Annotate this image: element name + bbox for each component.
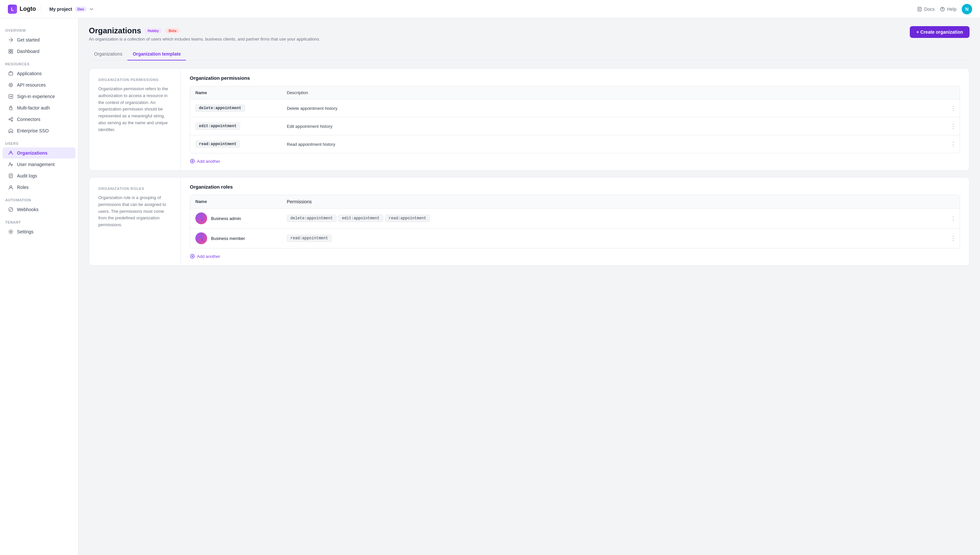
project-selector[interactable]: My project Dev — [47, 5, 96, 13]
table-row: edit:appointment Edit appointment histor… — [190, 117, 960, 135]
svg-point-20 — [10, 163, 11, 164]
sidebar-item-organizations[interactable]: Organizations — [3, 148, 75, 159]
perm-name-1: delete:appointment — [190, 101, 281, 116]
org-roles-section-label: ORGANIZATION ROLES — [98, 187, 171, 191]
roles-table-header: Name Permissions — [190, 195, 960, 209]
role-avatar-admin — [195, 212, 207, 224]
add-role-button[interactable]: Add another — [190, 253, 960, 259]
logo-text: Logto — [19, 6, 36, 13]
resources-section-label: RESOURCES — [5, 62, 30, 66]
webhooks-label: Webhooks — [17, 207, 38, 212]
svg-point-31 — [200, 219, 201, 221]
sidebar-item-api-resources[interactable]: API resources — [3, 79, 75, 91]
svg-point-28 — [200, 216, 203, 219]
api-resources-icon — [8, 82, 14, 88]
enterprise-sso-label: Enterprise SSO — [17, 128, 49, 133]
page-content: Organizations Hobby Beta An organization… — [78, 18, 980, 555]
svg-point-25 — [10, 186, 12, 188]
perm-tag: delete:appointment — [287, 215, 336, 222]
sidebar-item-sign-in-experience[interactable]: Sign-in experience — [3, 91, 75, 102]
card-inner-roles: ORGANIZATION ROLES Organization role is … — [89, 178, 969, 265]
get-started-label: Get started — [17, 37, 40, 42]
svg-point-14 — [9, 119, 10, 120]
page-subtitle: An organization is a collection of users… — [89, 37, 320, 42]
topbar: L Logto My project Dev Docs Help N — [0, 0, 980, 18]
tab-organizations[interactable]: Organizations — [89, 48, 127, 61]
svg-point-16 — [11, 120, 13, 121]
perm-more-button-2[interactable]: ⋮ — [949, 121, 958, 131]
sidebar-item-user-management[interactable]: User management — [3, 159, 75, 170]
svg-point-36 — [200, 239, 201, 241]
role-name-admin: Business admin — [190, 209, 281, 228]
sidebar-item-connectors[interactable]: Connectors — [3, 114, 75, 125]
sidebar-item-dashboard[interactable]: Dashboard — [3, 46, 75, 57]
dashboard-icon — [8, 48, 14, 54]
sidebar-section-automation: AUTOMATION — [0, 193, 78, 204]
org-roles-description: Organization role is a grouping of permi… — [98, 194, 171, 228]
roles-col-perms-header: Permissions — [281, 195, 947, 208]
perm-more-button-1[interactable]: ⋮ — [949, 103, 958, 113]
api-resources-label: API resources — [17, 82, 46, 88]
tenant-section-label: TENANT — [5, 220, 21, 224]
logo: L Logto — [8, 5, 36, 14]
enterprise-sso-icon — [8, 128, 14, 134]
users-section-label: USERS — [5, 141, 19, 146]
perm-actions-3: ⋮ — [947, 135, 960, 153]
perm-actions-1: ⋮ — [947, 99, 960, 117]
sidebar: OVERVIEW Get started Dashboard RESOURCES — [0, 18, 78, 555]
role-more-button-member[interactable]: ⋮ — [949, 233, 958, 243]
settings-label: Settings — [17, 229, 34, 234]
get-started-icon — [8, 37, 14, 43]
sidebar-item-audit-logs[interactable]: Audit logs — [3, 170, 75, 181]
permissions-table: Name Description delete:appointment Dele… — [190, 86, 960, 153]
app-container: L Logto My project Dev Docs Help N — [0, 0, 980, 555]
main-layout: OVERVIEW Get started Dashboard RESOURCES — [0, 18, 980, 555]
sidebar-item-applications[interactable]: Applications — [3, 68, 75, 79]
org-permissions-title: Organization permissions — [190, 75, 960, 81]
sidebar-item-mfa[interactable]: Multi-factor auth — [3, 102, 75, 114]
svg-rect-13 — [10, 107, 12, 110]
docs-button[interactable]: Docs — [917, 6, 935, 12]
page-title: Organizations — [89, 26, 141, 35]
roles-table: Name Permissions — [190, 195, 960, 249]
help-label: Help — [947, 6, 956, 12]
perm-name-2: edit:appointment — [190, 119, 281, 134]
sidebar-item-settings[interactable]: Settings — [3, 226, 75, 237]
col-name-header: Name — [190, 86, 281, 99]
add-permission-button[interactable]: Add another — [190, 159, 960, 164]
plus-circle-icon-roles — [190, 253, 195, 259]
org-roles-title: Organization roles — [190, 184, 960, 189]
org-permissions-description: Organization permission refers to the au… — [98, 86, 171, 133]
sidebar-item-webhooks[interactable]: Webhooks — [3, 204, 75, 215]
perm-desc-2: Edit appointment history — [281, 120, 947, 133]
create-organization-button[interactable]: + Create organization — [910, 26, 970, 38]
table-row: read:appointment Read appointment histor… — [190, 135, 960, 153]
dashboard-label: Dashboard — [17, 49, 40, 54]
user-management-icon — [8, 162, 14, 167]
perm-more-button-3[interactable]: ⋮ — [949, 139, 958, 149]
user-management-label: User management — [17, 162, 54, 167]
sidebar-item-roles[interactable]: Roles — [3, 182, 75, 193]
topbar-right: Docs Help N — [917, 4, 972, 14]
perms-list-admin: delete:appointment edit:appointment read… — [287, 215, 942, 222]
svg-point-5 — [942, 10, 943, 10]
perm-actions-2: ⋮ — [947, 117, 960, 135]
add-role-label: Add another — [197, 254, 220, 259]
role-more-button-admin[interactable]: ⋮ — [949, 213, 958, 223]
svg-point-26 — [10, 231, 12, 233]
table-row: Business admin delete:appointment edit:a… — [190, 209, 960, 228]
add-permission-label: Add another — [197, 159, 220, 164]
role-name-text-member: Business member — [211, 236, 245, 241]
logo-icon: L — [8, 5, 17, 14]
svg-line-17 — [10, 118, 11, 119]
permissions-table-header: Name Description — [190, 86, 960, 99]
plus-circle-icon — [190, 159, 195, 164]
tab-organization-template[interactable]: Organization template — [127, 48, 186, 61]
help-button[interactable]: Help — [940, 6, 956, 12]
svg-point-15 — [11, 117, 13, 119]
avatar[interactable]: N — [962, 4, 972, 14]
sidebar-item-get-started[interactable]: Get started — [3, 34, 75, 45]
sidebar-item-enterprise-sso[interactable]: Enterprise SSO — [3, 125, 75, 136]
roles-col-name-header: Name — [190, 195, 281, 208]
org-permissions-content: Organization permissions Name Descriptio… — [181, 69, 969, 170]
